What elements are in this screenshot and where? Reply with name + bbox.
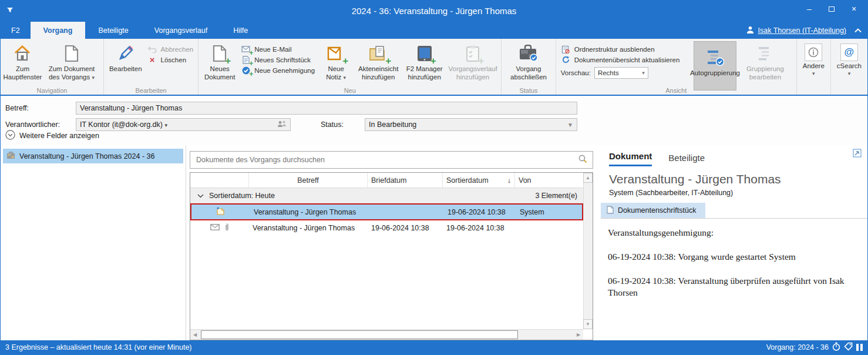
andere-button[interactable]: Andere ▾ [799, 41, 828, 76]
vorschau-dropdown[interactable]: Rechts ▾ [594, 67, 648, 79]
folder-tree-pane: Veranstaltung - Jürgen Thomas 2024 - 36 [1, 145, 186, 341]
main-area: Veranstaltung - Jürgen Thomas 2024 - 36 … [1, 145, 867, 341]
column-sortierdatum[interactable]: Sortierdatum ↓ [443, 173, 515, 187]
ribbon-group-andere: Andere ▾ [797, 39, 831, 95]
attachment-tab-dokumentenschriftstueck[interactable]: Dokumentenschriftstück [601, 203, 705, 218]
chevron-down-icon: ▼ [567, 122, 573, 128]
folder-structure-hide-icon [561, 45, 571, 53]
status-dropdown[interactable]: In Bearbeitung ▼ [365, 118, 577, 131]
status-bar: 3 Ergebnisse – aktualisiert heute 14:31 … [1, 340, 867, 354]
weitere-felder-expander[interactable]: Weitere Felder anzeigen [5, 130, 99, 142]
participants-icon[interactable] [277, 120, 287, 129]
betreff-label: Betreff: [5, 104, 29, 112]
column-briefdatum[interactable]: Briefdatum [368, 173, 443, 187]
pause-icon[interactable] [856, 344, 863, 351]
neue-email-button[interactable]: + Neue E-Mail [241, 45, 315, 53]
ribbon-group-navigation: Zum Hauptfenster Zum Dokument des Vorgan… [1, 39, 104, 95]
close-button[interactable]: × [844, 2, 864, 16]
preview-tab-dokument[interactable]: Dokument [609, 151, 652, 166]
search-input[interactable] [190, 156, 573, 164]
document-preview-body: Veranstaltungsgenehmigung: 06-19-2024 10… [601, 219, 867, 299]
neues-dokument-button[interactable]: + Neues Dokument [201, 41, 238, 82]
minimize-button[interactable]: – [799, 2, 819, 16]
scroll-up-button[interactable]: ▲ [583, 173, 593, 183]
column-betreff[interactable]: Betreff [249, 173, 368, 187]
ordnerstruktur-ausblenden-button[interactable]: Ordnerstruktur ausblenden [561, 45, 691, 53]
briefcase-icon [6, 152, 15, 161]
chevron-down-icon [197, 192, 204, 200]
abbrechen-button[interactable]: Abbrechen [147, 45, 194, 53]
folder-document-plus-icon: + [369, 43, 388, 63]
header-icons-spacer [190, 173, 249, 187]
betreff-input[interactable] [76, 102, 577, 115]
bearbeiten-button[interactable]: Bearbeiten [106, 41, 145, 73]
user-link[interactable]: Isak Thorsen (IT-Abteilung) [758, 26, 846, 35]
document-plus-icon: + [212, 43, 227, 63]
vorgangsverlauf-hinzufuegen-button[interactable]: + Vorgangsverlauf hinzufügen [447, 41, 499, 82]
f2-manager-hinzufuegen-button[interactable]: + F2 Manager hinzufügen [402, 41, 447, 82]
tab-beteiligte[interactable]: Beteiligte [85, 22, 141, 39]
tab-hilfe[interactable]: Hilfe [220, 22, 261, 39]
pencil-icon [117, 43, 134, 63]
document-row-selected[interactable]: Veranstaltung - Jürgen Thomas 19-06-2024… [190, 203, 583, 220]
preview-line: 06-19-2024 10:38: Vorgang wurde gestarte… [608, 251, 859, 263]
vertical-scrollbar[interactable]: ▲ ▼ [583, 173, 593, 329]
zum-hauptfenster-button[interactable]: Zum Hauptfenster [3, 41, 42, 82]
schriftstueck-icon: + [241, 55, 251, 64]
maximize-button[interactable] [822, 2, 842, 16]
neue-notiz-button[interactable]: + Neue Notiz ▾ [317, 41, 355, 82]
horizontal-scrollbar[interactable]: ◀ ▶ [190, 329, 583, 340]
loeschen-button[interactable]: × Löschen [147, 55, 194, 64]
ribbon-group-neu: + Neues Dokument + Neue E-Mail + [199, 39, 502, 95]
group-caption-navigation: Navigation [1, 87, 103, 94]
autogruppierung-toggle[interactable]: Autogruppierung [694, 41, 736, 91]
list-header: Betreff Briefdatum Sortierdatum ↓ Von [190, 173, 583, 188]
case-id-text: Vorgang: 2024 - 36 [766, 343, 829, 351]
title-bar: 2024 - 36: Veranstaltung - Jürgen Thomas… [1, 1, 867, 22]
briefcase-check-icon [519, 43, 539, 63]
tab-vorgangsverlauf[interactable]: Vorgangsverlauf [142, 22, 220, 39]
preview-line: 06-19-2024 10:38: Veranstaltung überprüf… [608, 275, 859, 299]
preview-pane: Dokument Beteiligte Veranstaltung - Jürg… [601, 145, 867, 341]
dokumentenuebersicht-aktualisieren-button[interactable]: Dokumentenübersicht aktualisieren [561, 55, 691, 64]
akteneinsicht-hinzufuegen-button[interactable]: + Akteneinsicht hinzufügen [355, 41, 402, 82]
tree-item-case[interactable]: Veranstaltung - Jürgen Thomas 2024 - 36 [3, 149, 183, 163]
scroll-left-button[interactable]: ◀ [190, 330, 200, 340]
home-icon [13, 43, 32, 63]
note-plus-icon: + [327, 43, 345, 63]
info-icon [805, 43, 822, 61]
csearch-button[interactable]: @ cSearch ▾ [833, 41, 865, 76]
group-edit-icon [756, 43, 774, 63]
scroll-right-button[interactable]: ▶ [574, 330, 583, 340]
column-von[interactable]: Von [515, 173, 583, 187]
horizontal-scroll-thumb[interactable] [201, 330, 518, 339]
open-in-window-icon[interactable] [853, 149, 862, 160]
plus-badge-icon: + [225, 56, 231, 66]
list-group-header[interactable]: Sortierdatum: Heute 3 Element(e) [190, 188, 583, 203]
vorgang-abschliessen-button[interactable]: Vorgang abschließen [504, 41, 553, 82]
verantwortlicher-label: Verantwortlicher: [5, 120, 60, 129]
document-row[interactable]: Veranstaltung - Jürgen Thomas 19-06-2024… [190, 220, 583, 236]
tab-f2[interactable]: F2 [1, 22, 31, 39]
tab-vorgang[interactable]: Vorgang [31, 22, 86, 39]
expand-circle-icon [5, 130, 15, 142]
document-list: Betreff Briefdatum Sortierdatum ↓ Von So… [190, 172, 593, 340]
f2-case-window: 2024 - 36: Veranstaltung - Jürgen Thomas… [0, 0, 868, 355]
document-list-pane: Betreff Briefdatum Sortierdatum ↓ Von So… [190, 145, 593, 341]
collapse-ribbon-icon[interactable] [854, 28, 862, 33]
status-label: Status: [321, 120, 344, 129]
tablet-plus-icon: + [416, 43, 433, 63]
refresh-icon [561, 55, 571, 64]
ribbon-group-status: Vorgang abschließen Status [502, 39, 556, 95]
preview-tab-beteiligte[interactable]: Beteiligte [668, 153, 705, 166]
stopwatch-icon[interactable] [832, 342, 840, 353]
window-title: 2024 - 36: Veranstaltung - Jürgen Thomas [1, 6, 867, 16]
zum-dokument-des-vorgangs-button[interactable]: Zum Dokument des Vorgangs ▾ [42, 41, 101, 82]
chevron-down-icon: ▾ [642, 70, 645, 76]
approval-check-icon: + [241, 66, 251, 75]
search-icon[interactable] [573, 154, 593, 166]
verantwortlicher-field[interactable]: IT Kontor (it@dok-org.dk) ▾ [76, 118, 291, 131]
tag-icon[interactable] [844, 342, 853, 353]
gruppierung-bearbeiten-button[interactable]: Gruppierung bearbeiten [736, 41, 794, 82]
scroll-down-button[interactable]: ▼ [583, 319, 593, 329]
